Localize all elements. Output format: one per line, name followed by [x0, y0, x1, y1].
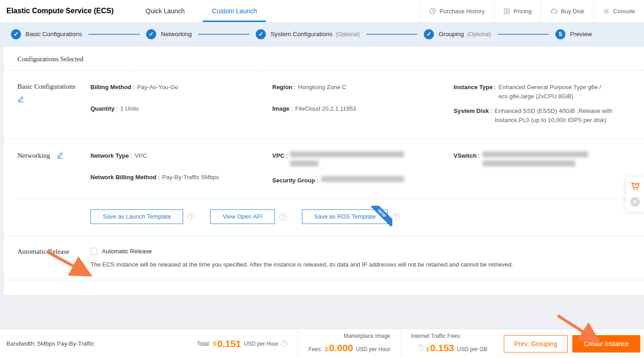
header-utilities: Purchase History Pricing Buy Disk Consol… — [420, 0, 644, 22]
fee-area: Total: $ 0.151 USD per Hour ? Marketplac… — [187, 329, 644, 358]
total-unit: USD per Hour — [244, 341, 278, 347]
automatic-release-section: Automatic Release Automatic Release The … — [4, 235, 644, 280]
cart-icon — [630, 182, 640, 193]
clock-icon — [429, 8, 436, 15]
buy-disk-button[interactable]: Buy Disk — [541, 0, 593, 22]
automatic-release-checkbox[interactable] — [90, 248, 97, 255]
basic-col-1: Billing Method: Pay-As-You-Go Quantity: … — [90, 83, 272, 138]
security-group-value-redacted — [321, 176, 437, 185]
network-billing-method-field: Network Billing Method: Pay-By-Traffic 5… — [90, 173, 272, 182]
internet-traffic-label: Internet Traffic Fees: — [411, 332, 487, 341]
help-icon[interactable]: ? — [392, 213, 400, 220]
step-connector — [366, 34, 417, 35]
check-icon: ✓ — [11, 29, 21, 39]
automatic-release-description: The ECS instance will be released at the… — [90, 261, 644, 268]
prev-grouping-button[interactable]: Prev: Grouping — [504, 335, 568, 353]
view-open-api-button[interactable]: View Open API — [210, 209, 274, 224]
instance-type-field: Instance Type: Enhanced General Purpose … — [454, 83, 644, 101]
internet-traffic-currency: $ — [426, 345, 429, 354]
quantity-field: Quantity: 1 Units — [90, 104, 272, 113]
marketplace-value: 0.000 — [329, 341, 354, 356]
step-number: 5 — [555, 29, 565, 39]
marketplace-fee-group: Marketplace Image Fees: $ 0.000 USD per … — [298, 332, 400, 355]
security-group-field: Security Group: — [272, 176, 454, 185]
help-icon[interactable]: ? — [187, 213, 195, 220]
basic-section-label: Basic Configurations — [17, 83, 90, 91]
network-type-field: Network Type: VPC — [90, 151, 272, 160]
tab-quick-launch[interactable]: Quick Launch — [132, 0, 199, 22]
billing-method-field: Billing Method: Pay-As-You-Go — [90, 83, 272, 92]
basic-col-3: Instance Type: Enhanced General Purpose … — [454, 83, 644, 138]
help-icon[interactable]: ? — [281, 340, 288, 347]
edit-networking-icon[interactable] — [57, 151, 64, 160]
edit-basic-icon[interactable] — [17, 95, 25, 104]
marketplace-label-line1: Marketplace Image — [308, 332, 390, 341]
pricing-icon — [503, 8, 510, 15]
total-value: 0.151 — [217, 338, 241, 349]
bandwidth-summary: Bandwidth: 5Mbps Pay-By-Traffic — [0, 340, 94, 347]
step-preview[interactable]: 5 Preview — [555, 29, 592, 39]
save-ros-template-button[interactable]: Save as ROS Template NEW — [302, 209, 388, 224]
create-instance-button[interactable]: Create Instance — [572, 335, 640, 353]
step-connector — [89, 34, 140, 35]
page-title: Elastic Compute Service (ECS) — [0, 0, 132, 22]
total-label: Total: — [197, 341, 210, 347]
terms-content: ✓ ECS Terms of Service and Product Terms… — [90, 294, 644, 295]
internet-traffic-value: 0.153 — [430, 341, 454, 356]
cart-flyout[interactable]: 0 — [626, 177, 644, 212]
help-icon[interactable]: ? — [279, 213, 287, 220]
cart-count-badge: 0 — [630, 197, 640, 207]
cloud-icon — [550, 8, 558, 15]
system-disk-field: System Disk: Enhanced SSD (ESSD) 40GiB ,… — [454, 107, 644, 125]
networking-col-3: VSwitch: — [454, 151, 644, 198]
marketplace-unit: USD per Hour — [356, 345, 390, 354]
card-title: Configurations Selected — [4, 47, 644, 70]
check-icon: ✓ — [256, 29, 266, 39]
terms-of-service-section: Terms of Service ✓ ECS Terms of Service … — [4, 280, 644, 295]
networking-section-label-wrap: Networking — [17, 151, 90, 198]
step-connector — [498, 34, 549, 35]
check-icon: ✓ — [424, 29, 434, 39]
buy-disk-label: Buy Disk — [561, 8, 584, 15]
console-button[interactable]: Console — [593, 0, 644, 22]
internet-traffic-unit: USD per GB — [457, 345, 487, 354]
step-grouping[interactable]: ✓ Grouping (Optional) — [424, 29, 491, 39]
step-connector — [198, 34, 249, 35]
terms-section-label: Terms of Service — [17, 294, 90, 295]
step-networking[interactable]: ✓ Networking — [146, 29, 192, 39]
automatic-release-section-label: Automatic Release — [17, 248, 90, 268]
automatic-release-checkbox-label: Automatic Release — [102, 248, 152, 255]
step-basic-configurations[interactable]: ✓ Basic Configurations — [11, 29, 82, 39]
basic-configurations-section: Basic Configurations Billing Method: Pay… — [4, 70, 644, 139]
template-actions: Save as Launch Template ? View Open API … — [4, 199, 644, 235]
networking-section-label: Networking — [17, 152, 50, 160]
vswitch-field: VSwitch: — [454, 151, 644, 170]
help-icon[interactable]: ? — [417, 344, 424, 351]
marketplace-currency: $ — [325, 345, 328, 354]
top-header: Elastic Compute Service (ECS) Quick Laun… — [0, 0, 644, 22]
pricing-label: Pricing — [513, 8, 532, 15]
check-icon: ✓ — [146, 29, 156, 39]
vswitch-value-redacted — [482, 151, 628, 170]
footer-buttons: Prev: Grouping Create Instance — [497, 335, 644, 353]
region-field: Region: Hongkong Zone C — [272, 83, 454, 92]
step-system-configurations[interactable]: ✓ System Configurations (Optional) — [256, 29, 360, 39]
gear-icon — [603, 8, 610, 15]
purchase-history-label: Purchase History — [439, 8, 485, 15]
basic-section-label-wrap: Basic Configurations — [17, 83, 90, 138]
internet-traffic-fee-group: Internet Traffic Fees: ? $ 0.153 USD per… — [401, 332, 497, 355]
vpc-field: VPC: — [272, 151, 454, 170]
purchase-history-button[interactable]: Purchase History — [420, 0, 494, 22]
basic-col-2: Region: Hongkong Zone C Image: FileCloud… — [272, 83, 454, 138]
pricing-button[interactable]: Pricing — [494, 0, 541, 22]
save-launch-template-button[interactable]: Save as Launch Template — [90, 209, 183, 224]
total-currency: $ — [213, 340, 216, 347]
networking-col-2: VPC: Security Group: — [272, 151, 454, 198]
networking-col-1: Network Type: VPC Network Billing Method… — [90, 151, 272, 198]
step-wizard: ✓ Basic Configurations ✓ Networking ✓ Sy… — [0, 22, 644, 47]
vpc-value-redacted — [290, 151, 437, 170]
tab-custom-launch[interactable]: Custom Launch — [198, 0, 270, 22]
image-field: Image: FileCloud 20.2.1.11953 — [272, 104, 454, 113]
total-fee-group: Total: $ 0.151 USD per Hour ? — [187, 338, 298, 349]
footer-bar: Bandwidth: 5Mbps Pay-By-Traffic Total: $… — [0, 329, 644, 358]
